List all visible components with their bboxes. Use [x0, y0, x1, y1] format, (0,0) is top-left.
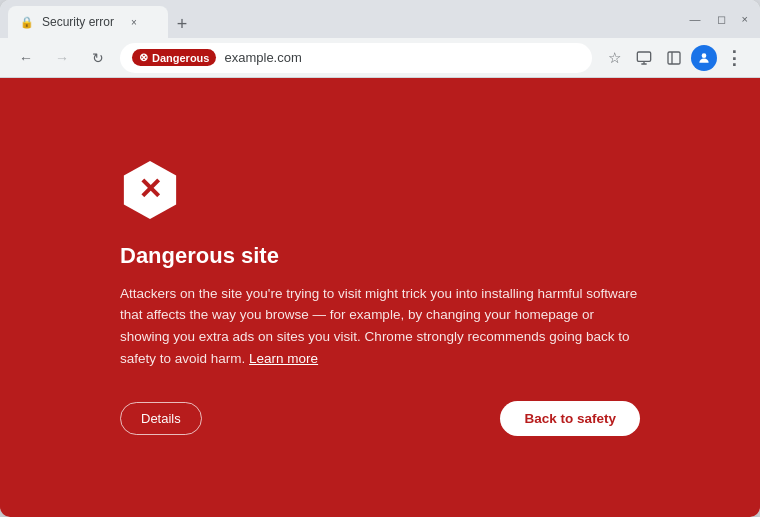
tab-close-button[interactable]: ×	[126, 14, 142, 30]
url-bar[interactable]: ⊗ Dangerous example.com	[120, 43, 592, 73]
error-description: Attackers on the site you're trying to v…	[120, 283, 640, 369]
error-icon-container: ✕	[120, 159, 180, 219]
details-button[interactable]: Details	[120, 402, 202, 435]
danger-icon: ✕	[120, 158, 180, 220]
error-content: ✕ Dangerous site Attackers on the site y…	[120, 159, 640, 436]
toolbar-icons: ☆ ⋮	[600, 44, 748, 72]
save-to-shelf-icon[interactable]	[630, 44, 658, 72]
window-actions: — ◻ ×	[690, 13, 752, 26]
url-text: example.com	[224, 50, 301, 65]
new-tab-button[interactable]: +	[168, 10, 196, 38]
title-bar: 🔒 Security error × + — ◻ ×	[0, 0, 760, 38]
profile-icon[interactable]	[690, 44, 718, 72]
bookmark-icon[interactable]: ☆	[600, 44, 628, 72]
browser-window: 🔒 Security error × + — ◻ × ← → ↻	[0, 0, 760, 517]
badge-label: Dangerous	[152, 52, 209, 64]
back-button[interactable]: ←	[12, 44, 40, 72]
restore-button[interactable]: ◻	[717, 13, 726, 26]
svg-rect-0	[637, 52, 650, 61]
reload-button[interactable]: ↻	[84, 44, 112, 72]
tab-list: 🔒 Security error × +	[8, 0, 686, 38]
dangerous-badge: ⊗ Dangerous	[132, 49, 216, 66]
error-title: Dangerous site	[120, 243, 640, 269]
address-bar: ← → ↻ ⊗ Dangerous example.com ☆	[0, 38, 760, 78]
error-actions: Details Back to safety	[120, 401, 640, 436]
side-panel-icon[interactable]	[660, 44, 688, 72]
window-close-button[interactable]: ×	[742, 13, 748, 26]
menu-icon[interactable]: ⋮	[720, 44, 748, 72]
svg-rect-1	[668, 52, 680, 64]
browser-tab[interactable]: 🔒 Security error ×	[8, 6, 168, 38]
forward-button: →	[48, 44, 76, 72]
profile-avatar	[691, 45, 717, 71]
learn-more-link[interactable]: Learn more	[249, 351, 318, 366]
svg-text:✕: ✕	[138, 172, 162, 204]
back-to-safety-button[interactable]: Back to safety	[500, 401, 640, 436]
svg-point-3	[702, 53, 707, 58]
tab-favicon: 🔒	[20, 16, 34, 29]
minimize-button[interactable]: —	[690, 13, 701, 26]
error-page: ✕ Dangerous site Attackers on the site y…	[0, 78, 760, 517]
tab-title: Security error	[42, 15, 114, 29]
